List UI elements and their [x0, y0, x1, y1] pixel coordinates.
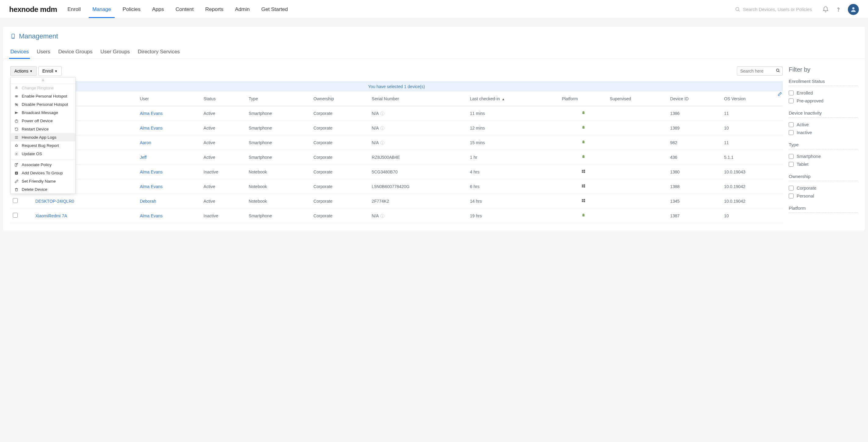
- collapse-up-icon[interactable]: [11, 77, 75, 84]
- col-type[interactable]: Type: [246, 91, 311, 106]
- svg-point-3: [852, 7, 854, 9]
- menu-associate-policy[interactable]: Associate Policy: [11, 161, 75, 169]
- menu-label: Hexnode App Logs: [22, 135, 56, 139]
- nav-manage[interactable]: Manage: [91, 1, 112, 18]
- filter-option-tablet[interactable]: Tablet: [789, 160, 858, 168]
- edit-columns-icon[interactable]: [777, 92, 782, 97]
- svg-rect-48: [584, 186, 585, 188]
- android-icon: [581, 126, 586, 130]
- tab-device-groups[interactable]: Device Groups: [58, 45, 92, 59]
- menu-set-friendly-name[interactable]: Set Friendly Name: [11, 177, 75, 185]
- status-cell: Active: [201, 150, 246, 165]
- tab-users[interactable]: Users: [37, 45, 50, 59]
- selection-banner: You have selected 1 device(s): [10, 82, 783, 91]
- table-row: LAPTOP-M4U2LU8NAlma EvansActiveNotebookC…: [10, 179, 783, 194]
- nav-reports[interactable]: Reports: [204, 1, 225, 18]
- menu-restart-device[interactable]: Restart Device: [11, 125, 75, 133]
- row-checkbox[interactable]: [13, 198, 18, 203]
- filter-option-smartphone[interactable]: Smartphone: [789, 152, 858, 160]
- caret-down-icon: ▼: [55, 69, 58, 73]
- filter-option-corporate[interactable]: Corporate: [789, 184, 858, 192]
- menu-broadcast-message[interactable]: Broadcast Message: [11, 108, 75, 117]
- col-os-version[interactable]: OS Version: [722, 91, 783, 106]
- menu-hexnode-app-logs[interactable]: Hexnode App Logs: [11, 133, 75, 141]
- menu-label: Request Bug Report: [22, 143, 59, 148]
- info-icon[interactable]: i: [380, 214, 384, 218]
- notifications-icon[interactable]: [822, 6, 829, 13]
- row-checkbox[interactable]: [13, 213, 18, 218]
- col-supervised[interactable]: Supervised: [607, 91, 668, 106]
- col-device-id[interactable]: Device ID: [668, 91, 722, 106]
- checkbox-icon: [789, 162, 794, 167]
- filter-option-enrolled[interactable]: Enrolled: [789, 89, 858, 97]
- user-link[interactable]: Aaron: [137, 135, 201, 150]
- menu-enable-personal-hotspot[interactable]: Enable Personal Hotspot: [11, 92, 75, 100]
- nav-enroll[interactable]: Enroll: [66, 1, 82, 18]
- power-off-device-icon: [14, 119, 19, 123]
- menu-label: Set Friendly Name: [22, 179, 56, 184]
- nav-content[interactable]: Content: [174, 1, 195, 18]
- tab-user-groups[interactable]: User Groups: [100, 45, 130, 59]
- avatar[interactable]: [848, 4, 859, 15]
- menu-update-os[interactable]: Update OS: [11, 150, 75, 158]
- checked-cell: 1 hr: [468, 150, 559, 165]
- svg-rect-25: [15, 163, 17, 166]
- user-link[interactable]: Alma Evans: [137, 165, 201, 179]
- svg-point-30: [583, 112, 583, 112]
- global-search-input[interactable]: [743, 7, 816, 12]
- filter-option-active[interactable]: Active: [789, 121, 858, 129]
- request-bug-report-icon: [14, 144, 19, 148]
- col-serial-number[interactable]: Serial Number: [369, 91, 468, 106]
- user-link[interactable]: Jeff: [137, 150, 201, 165]
- restart-device-icon: [14, 127, 19, 131]
- menu-label: Restart Device: [22, 127, 49, 131]
- svg-point-54: [583, 214, 583, 214]
- tab-devices[interactable]: Devices: [10, 45, 29, 59]
- filter-option-personal[interactable]: Personal: [789, 192, 858, 200]
- user-link[interactable]: Alma Evans: [137, 106, 201, 121]
- filter-group-type: TypeSmartphoneTablet: [789, 142, 858, 168]
- enroll-button[interactable]: Enroll▼: [38, 66, 62, 76]
- type-cell: Smartphone: [246, 209, 311, 223]
- nav-get-started[interactable]: Get Started: [260, 1, 289, 18]
- filter-option-pre-approved[interactable]: Pre-approved: [789, 97, 858, 105]
- deviceid-cell: 1387: [668, 209, 722, 223]
- menu-delete-device[interactable]: Delete Device: [11, 185, 75, 194]
- filter-option-inactive[interactable]: Inactive: [789, 129, 858, 136]
- ownership-cell: Corporate: [311, 165, 369, 179]
- tab-directory-services[interactable]: Directory Services: [138, 45, 180, 59]
- info-icon[interactable]: i: [380, 112, 384, 116]
- device-link[interactable]: XiaomiRedmi 7A: [33, 209, 137, 223]
- supervised-cell: [607, 135, 668, 150]
- os-cell: 5.1.1: [722, 150, 783, 165]
- nav-admin[interactable]: Admin: [234, 1, 251, 18]
- search-icon[interactable]: [776, 69, 780, 74]
- menu-add-devices-to-group[interactable]: Add Devices To Group: [11, 169, 75, 177]
- col-ownership[interactable]: Ownership: [311, 91, 369, 106]
- nav-apps[interactable]: Apps: [151, 1, 165, 18]
- menu-power-off-device[interactable]: Power off Device: [11, 117, 75, 125]
- help-icon[interactable]: [835, 6, 842, 13]
- svg-rect-50: [584, 199, 585, 200]
- nav-policies[interactable]: Policies: [121, 1, 142, 18]
- col-platform[interactable]: Platform: [559, 91, 607, 106]
- col-status[interactable]: Status: [201, 91, 246, 106]
- menu-disable-personal-hotspot[interactable]: Disable Personal Hotspot: [11, 100, 75, 108]
- user-link[interactable]: Deborah: [137, 194, 201, 209]
- management-panel: Management DevicesUsersDevice GroupsUser…: [3, 27, 865, 230]
- device-link[interactable]: DESKTOP-24IQLR0: [33, 194, 137, 209]
- col-user[interactable]: User: [137, 91, 201, 106]
- info-icon[interactable]: i: [380, 141, 384, 145]
- global-search[interactable]: [735, 7, 816, 12]
- main-content: Actions▼ Enroll▼ Change RingtoneEnable P…: [3, 59, 786, 230]
- info-icon[interactable]: i: [380, 126, 384, 130]
- menu-request-bug-report[interactable]: Request Bug Report: [11, 141, 75, 150]
- deviceid-cell: 436: [668, 150, 722, 165]
- actions-button[interactable]: Actions▼: [10, 66, 37, 76]
- checked-cell: 4 hrs: [468, 165, 559, 179]
- user-link[interactable]: Alma Evans: [137, 209, 201, 223]
- user-link[interactable]: Alma Evans: [137, 179, 201, 194]
- platform-cell: [559, 106, 607, 121]
- col-last-checked-in[interactable]: Last checked-in ▲: [468, 91, 559, 106]
- user-link[interactable]: Alma Evans: [137, 121, 201, 135]
